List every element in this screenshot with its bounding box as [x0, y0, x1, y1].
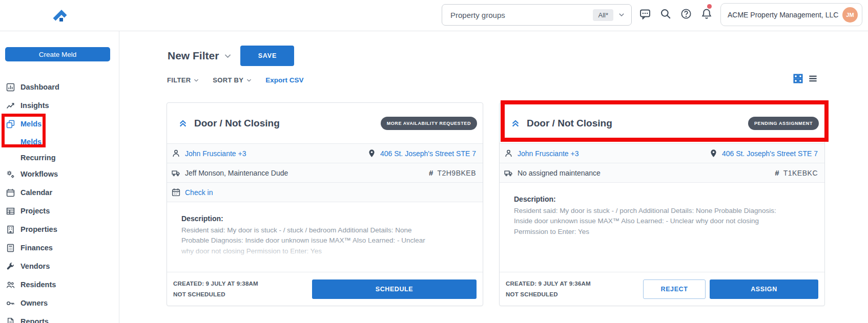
status-badge: MORE AVAILABILITY REQUESTED: [381, 117, 477, 130]
schedule-status: NOT SCHEDULED: [173, 289, 258, 300]
sidebar-item-insights[interactable]: Insights: [0, 96, 119, 115]
list-view-icon[interactable]: [808, 74, 818, 83]
avatar[interactable]: JM: [842, 7, 858, 23]
schedule-status: NOT SCHEDULED: [506, 289, 591, 300]
sidebar-item-owners[interactable]: Owners: [0, 294, 119, 312]
status-badge: PENDING ASSIGNMENT: [748, 117, 819, 130]
address-link[interactable]: 406 St. Joseph's Street STE 7: [380, 149, 476, 158]
melds-icon: [6, 120, 15, 128]
search-scope-chip[interactable]: All*: [593, 9, 613, 21]
sidebar-item-melds[interactable]: Melds: [0, 115, 119, 133]
vendors-icon: [6, 262, 15, 271]
meld-reference: T2H9BKEB: [437, 169, 476, 177]
sidebar-item-dashboard[interactable]: Dashboard: [0, 78, 119, 96]
notification-dot: [707, 4, 712, 9]
chevron-down-icon[interactable]: [618, 11, 625, 18]
chat-icon[interactable]: [639, 8, 651, 19]
filter-dropdown[interactable]: FILTER: [167, 76, 199, 84]
truck-icon: [504, 168, 513, 177]
page-title: New Filter: [168, 50, 219, 62]
reject-button[interactable]: REJECT: [643, 279, 706, 299]
chevron-down-icon: [246, 77, 252, 83]
maintenance-name: Jeff Monson, Maintenance Dude: [185, 169, 288, 177]
hash-icon: #: [775, 168, 779, 177]
sort-by-dropdown[interactable]: SORT BY: [213, 76, 252, 84]
projects-icon: [6, 207, 15, 216]
meld-reference: T1KEBKC: [783, 169, 818, 177]
check-in-link[interactable]: Check in: [185, 188, 213, 197]
collapse-icon[interactable]: [178, 119, 188, 128]
residents-link[interactable]: John Frusciante +3: [518, 149, 578, 158]
location-pin-icon: [709, 149, 718, 158]
sidebar: Create Meld Dashboard Insights Melds Mel…: [0, 31, 119, 323]
sidebar-item-finances[interactable]: Finances: [0, 239, 119, 257]
maintenance-row: No assigned maintenance # T1KEBKC: [500, 163, 824, 182]
maintenance-row: Jeff Monson, Maintenance Dude # T2H9BKEB: [167, 163, 483, 182]
residents-icon: [6, 281, 15, 289]
finances-icon: [6, 244, 15, 252]
meld-card: Door / Not Closing MORE AVAILABILITY REQ…: [167, 102, 483, 306]
check-in-row: Check in: [167, 182, 483, 202]
maintenance-name: No assigned maintenance: [518, 169, 601, 177]
residents-row: John Frusciante +3 406 St. Joseph's Stre…: [167, 143, 483, 163]
grid-view-icon[interactable]: [793, 74, 803, 83]
properties-icon: [6, 225, 15, 234]
description-label: Description:: [514, 195, 810, 203]
reports-icon: [6, 317, 15, 323]
person-icon: [172, 149, 180, 158]
description-label: Description:: [181, 214, 468, 223]
app-logo-icon[interactable]: [51, 7, 72, 22]
search-placeholder: Property groups: [450, 11, 593, 19]
sidebar-nav: Dashboard Insights Melds Melds Recurring…: [0, 78, 119, 323]
check-in-calendar-icon: [172, 188, 180, 197]
assign-button[interactable]: ASSIGN: [710, 279, 818, 299]
sidebar-subitem-recurring[interactable]: Recurring: [0, 150, 119, 165]
hash-icon: #: [429, 168, 433, 177]
residents-row: John Frusciante +3 406 St. Joseph's Stre…: [500, 143, 824, 163]
save-button[interactable]: SAVE: [240, 46, 294, 66]
sidebar-subitem-melds[interactable]: Melds: [0, 133, 119, 150]
search-icon[interactable]: [660, 8, 671, 19]
help-icon[interactable]: [680, 8, 692, 19]
card-footer: CREATED: 9 JULY AT 9:36AM NOT SCHEDULED …: [500, 272, 824, 306]
filter-name-chevron-down-icon[interactable]: [223, 52, 232, 60]
address-link[interactable]: 406 St. Joseph's Street STE 7: [722, 149, 818, 158]
account-name: ACME Property Management, LLC: [728, 11, 842, 19]
sidebar-item-residents[interactable]: Residents: [0, 275, 119, 294]
person-icon: [504, 149, 513, 158]
description-text: Resident said: My door is stuck - / porc…: [514, 206, 795, 237]
sidebar-item-properties[interactable]: Properties: [0, 220, 119, 239]
card-footer: CREATED: 9 JULY AT 9:38AM NOT SCHEDULED …: [167, 272, 483, 306]
collapse-icon[interactable]: [511, 119, 520, 128]
truck-icon: [172, 168, 180, 177]
sidebar-item-vendors[interactable]: Vendors: [0, 257, 119, 275]
sidebar-item-workflows[interactable]: Workflows: [0, 165, 119, 183]
meld-title[interactable]: Door / Not Closing: [194, 118, 280, 129]
meld-card: Door / Not Closing PENDING ASSIGNMENT Jo…: [499, 102, 825, 306]
calendar-icon: [6, 188, 15, 197]
schedule-button[interactable]: SCHEDULE: [312, 279, 477, 299]
sidebar-item-reports[interactable]: Reports: [0, 312, 119, 323]
sidebar-item-projects[interactable]: Projects: [0, 202, 119, 220]
bell-icon[interactable]: [701, 8, 712, 19]
account-menu[interactable]: ACME Property Management, LLC JM: [720, 3, 862, 26]
description-section: Description: Resident said: My door is s…: [500, 182, 824, 272]
residents-link[interactable]: John Frusciante +3: [185, 149, 246, 158]
chevron-down-icon: [193, 77, 199, 83]
insights-icon: [6, 101, 15, 110]
created-timestamp: CREATED: 9 JULY AT 9:38AM: [173, 278, 258, 289]
dashboard-icon: [6, 83, 15, 92]
filter-toolbar: FILTER SORT BY Export CSV: [167, 76, 304, 84]
export-csv-link[interactable]: Export CSV: [265, 76, 303, 84]
description-fade: [500, 239, 824, 272]
top-bar: Property groups All* ACME Property Manag…: [0, 0, 868, 31]
workflows-icon: [6, 170, 15, 179]
meld-title[interactable]: Door / Not Closing: [527, 118, 612, 129]
description-text: Resident said: My door is stuck - / stuc…: [181, 225, 439, 256]
main-content: New Filter SAVE FILTER SORT BY Export CS…: [120, 31, 868, 323]
sidebar-item-calendar[interactable]: Calendar: [0, 183, 119, 202]
owners-icon: [6, 299, 15, 308]
description-section: Description: Resident said: My door is s…: [167, 202, 483, 272]
create-meld-button[interactable]: Create Meld: [5, 47, 110, 61]
property-groups-search[interactable]: Property groups All*: [442, 4, 632, 26]
